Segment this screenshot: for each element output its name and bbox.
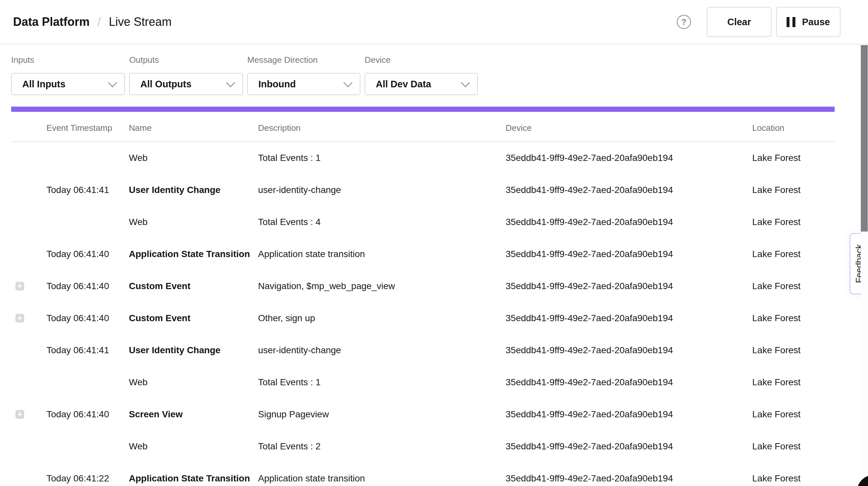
table-row: WebTotal Events : 135eddb41-9ff9-49e2-7a… xyxy=(11,142,835,174)
device-select[interactable]: All Dev Data xyxy=(365,73,478,95)
cell-device: 35eddb41-9ff9-49e2-7aed-20afa90eb194 xyxy=(506,345,673,356)
cell-description: user-identity-change xyxy=(258,185,341,195)
cell-name: Application State Transition xyxy=(129,473,250,484)
chevron-down-icon xyxy=(108,78,117,87)
filter-device: Device All Dev Data xyxy=(365,55,478,95)
stream-progress-bar xyxy=(11,107,835,112)
cell-device: 35eddb41-9ff9-49e2-7aed-20afa90eb194 xyxy=(506,409,673,420)
cell-description: Navigation, $mp_web_page_view xyxy=(258,281,395,292)
breadcrumb-separator: / xyxy=(97,15,101,29)
inputs-select-value: All Inputs xyxy=(22,79,65,90)
outputs-select[interactable]: All Outputs xyxy=(129,73,243,95)
cell-description: Application state transition xyxy=(258,473,365,484)
cell-description: Application state transition xyxy=(258,249,365,260)
table-row: WebTotal Events : 435eddb41-9ff9-49e2-7a… xyxy=(11,206,835,238)
cell-name: User Identity Change xyxy=(129,185,220,195)
cell-device: 35eddb41-9ff9-49e2-7aed-20afa90eb194 xyxy=(506,377,673,388)
column-header-name: Name xyxy=(129,123,151,133)
cell-location: Lake Forest xyxy=(752,313,801,324)
expand-row-button[interactable]: + xyxy=(16,314,24,323)
expand-row-button[interactable]: + xyxy=(16,282,24,291)
column-header-description: Description xyxy=(258,123,301,133)
message-direction-select-value: Inbound xyxy=(258,79,296,90)
chevron-down-icon xyxy=(461,78,470,87)
filter-label: Device xyxy=(365,55,478,65)
cell-device: 35eddb41-9ff9-49e2-7aed-20afa90eb194 xyxy=(506,441,673,452)
breadcrumb: Data Platform / Live Stream xyxy=(13,0,172,44)
cell-event-timestamp: Today 06:41:22 xyxy=(46,473,109,484)
scrollbar-thumb[interactable] xyxy=(861,45,868,232)
filter-outputs: Outputs All Outputs xyxy=(129,55,243,95)
help-icon[interactable]: ? xyxy=(677,15,691,29)
cell-location: Lake Forest xyxy=(752,249,801,260)
filter-label: Inputs xyxy=(11,55,125,65)
cell-event-timestamp: Today 06:41:40 xyxy=(46,409,109,420)
cell-event-timestamp: Today 06:41:40 xyxy=(46,313,109,324)
cell-location: Lake Forest xyxy=(752,345,801,356)
cell-description: Total Events : 2 xyxy=(258,441,320,452)
cell-device: 35eddb41-9ff9-49e2-7aed-20afa90eb194 xyxy=(506,217,673,227)
cell-location: Lake Forest xyxy=(752,281,801,292)
cell-location: Lake Forest xyxy=(752,441,801,452)
cell-device: 35eddb41-9ff9-49e2-7aed-20afa90eb194 xyxy=(506,281,673,292)
message-direction-select[interactable]: Inbound xyxy=(247,73,361,95)
cell-description: Total Events : 4 xyxy=(258,217,320,227)
pause-button[interactable]: Pause xyxy=(776,7,840,37)
filter-label: Outputs xyxy=(129,55,243,65)
cell-device: 35eddb41-9ff9-49e2-7aed-20afa90eb194 xyxy=(506,153,673,163)
breadcrumb-page: Live Stream xyxy=(109,15,172,29)
filters-bar: Inputs All Inputs Outputs All Outputs Me… xyxy=(11,55,478,95)
table-row: Today 06:41:41User Identity Changeuser-i… xyxy=(11,174,835,206)
cell-name: Screen View xyxy=(129,409,183,420)
cell-location: Lake Forest xyxy=(752,473,801,484)
table-row: +Today 06:41:40Custom EventNavigation, $… xyxy=(11,270,835,302)
cell-location: Lake Forest xyxy=(752,217,801,227)
plus-icon: + xyxy=(17,410,22,418)
column-header-event-timestamp: Event Timestamp xyxy=(46,123,112,133)
cell-location: Lake Forest xyxy=(752,185,801,195)
cell-description: user-identity-change xyxy=(258,345,341,356)
table-row: WebTotal Events : 235eddb41-9ff9-49e2-7a… xyxy=(11,430,835,462)
chevron-down-icon xyxy=(226,78,235,87)
cell-device: 35eddb41-9ff9-49e2-7aed-20afa90eb194 xyxy=(506,313,673,324)
cell-description: Total Events : 1 xyxy=(258,377,320,388)
expand-row-button[interactable]: + xyxy=(16,410,24,419)
filter-inputs: Inputs All Inputs xyxy=(11,55,125,95)
filter-label: Message Direction xyxy=(247,55,361,65)
live-stream-page: Data Platform / Live Stream ? Clear Paus… xyxy=(0,0,868,486)
table-row: Today 06:41:22Application State Transiti… xyxy=(11,462,835,486)
cell-location: Lake Forest xyxy=(752,377,801,388)
cell-event-timestamp: Today 06:41:41 xyxy=(46,345,109,356)
cell-name: Custom Event xyxy=(129,313,190,324)
plus-icon: + xyxy=(17,282,22,290)
cell-event-timestamp: Today 06:41:40 xyxy=(46,249,109,260)
outputs-select-value: All Outputs xyxy=(140,79,191,90)
plus-icon: + xyxy=(17,314,22,322)
cell-name: User Identity Change xyxy=(129,345,220,356)
cell-device: 35eddb41-9ff9-49e2-7aed-20afa90eb194 xyxy=(506,473,673,484)
cell-device: 35eddb41-9ff9-49e2-7aed-20afa90eb194 xyxy=(506,185,673,195)
cell-name: Custom Event xyxy=(129,281,190,292)
header-actions: ? Clear Pause xyxy=(677,0,840,44)
inputs-select[interactable]: All Inputs xyxy=(11,73,125,95)
cell-event-timestamp: Today 06:41:41 xyxy=(46,185,109,195)
clear-button[interactable]: Clear xyxy=(707,7,772,37)
table-body: WebTotal Events : 135eddb41-9ff9-49e2-7a… xyxy=(11,142,835,486)
table-header: Event Timestamp Name Description Device … xyxy=(11,118,835,142)
table-row: +Today 06:41:40Screen ViewSignup Pagevie… xyxy=(11,398,835,430)
cell-location: Lake Forest xyxy=(752,153,801,163)
pause-icon xyxy=(786,17,796,27)
filter-message-direction: Message Direction Inbound xyxy=(247,55,361,95)
table-row: +Today 06:41:40Custom EventOther, sign u… xyxy=(11,302,835,334)
breadcrumb-section[interactable]: Data Platform xyxy=(13,15,90,29)
cell-event-timestamp: Today 06:41:40 xyxy=(46,281,109,292)
device-select-value: All Dev Data xyxy=(376,79,431,90)
table-row: Today 06:41:40Application State Transiti… xyxy=(11,238,835,270)
chevron-down-icon xyxy=(343,78,352,87)
table-row: Today 06:41:41User Identity Changeuser-i… xyxy=(11,334,835,366)
pause-button-label: Pause xyxy=(802,17,830,28)
cell-name: Web xyxy=(129,377,148,388)
cell-description: Other, sign up xyxy=(258,313,315,324)
table-row: WebTotal Events : 135eddb41-9ff9-49e2-7a… xyxy=(11,366,835,398)
page-header: Data Platform / Live Stream ? Clear Paus… xyxy=(0,0,868,44)
